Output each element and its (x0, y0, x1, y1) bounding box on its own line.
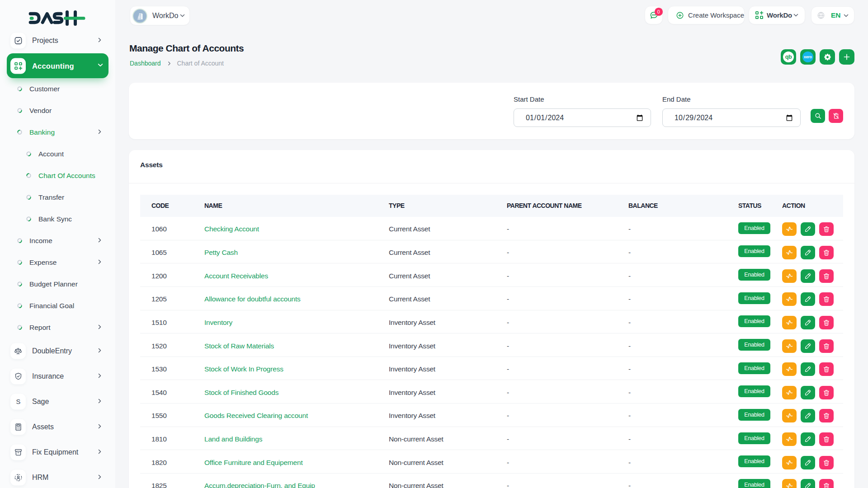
svg-text:S: S (16, 398, 20, 405)
